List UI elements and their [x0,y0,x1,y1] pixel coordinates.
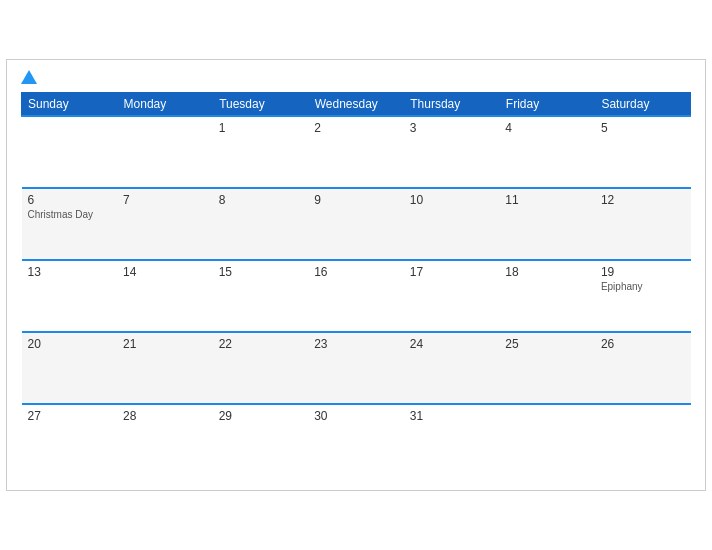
calendar-cell: 19Epiphany [595,260,691,332]
calendar-header [21,70,691,84]
calendar-cell: 8 [213,188,309,260]
calendar-cell: 1 [213,116,309,188]
day-number: 8 [219,193,303,207]
days-of-week-row: SundayMondayTuesdayWednesdayThursdayFrid… [22,93,691,117]
calendar-cell: 10 [404,188,500,260]
day-number: 31 [410,409,494,423]
day-number: 20 [28,337,112,351]
calendar-cell [117,116,213,188]
day-header-monday: Monday [117,93,213,117]
day-number: 25 [505,337,589,351]
day-header-thursday: Thursday [404,93,500,117]
calendar-cell: 13 [22,260,118,332]
calendar-cell: 24 [404,332,500,404]
day-number: 9 [314,193,398,207]
calendar-cell: 2 [308,116,404,188]
day-number: 24 [410,337,494,351]
calendar-cell: 31 [404,404,500,476]
calendar-cell: 14 [117,260,213,332]
day-number: 1 [219,121,303,135]
calendar-cell: 12 [595,188,691,260]
calendar-cell: 20 [22,332,118,404]
calendar-cell: 7 [117,188,213,260]
calendar-grid: SundayMondayTuesdayWednesdayThursdayFrid… [21,92,691,476]
day-number: 5 [601,121,685,135]
logo-triangle-icon [21,70,37,84]
day-number: 19 [601,265,685,279]
calendar-cell: 28 [117,404,213,476]
calendar-container: SundayMondayTuesdayWednesdayThursdayFrid… [6,59,706,491]
day-number: 15 [219,265,303,279]
day-header-sunday: Sunday [22,93,118,117]
day-number: 10 [410,193,494,207]
calendar-cell: 11 [499,188,595,260]
day-event: Epiphany [601,281,685,292]
calendar-thead: SundayMondayTuesdayWednesdayThursdayFrid… [22,93,691,117]
day-number: 13 [28,265,112,279]
day-number: 14 [123,265,207,279]
day-number: 17 [410,265,494,279]
week-row-1: 6Christmas Day789101112 [22,188,691,260]
day-number: 16 [314,265,398,279]
day-number: 21 [123,337,207,351]
calendar-cell: 3 [404,116,500,188]
calendar-cell [499,404,595,476]
calendar-cell: 4 [499,116,595,188]
calendar-cell: 21 [117,332,213,404]
day-number: 27 [28,409,112,423]
day-header-tuesday: Tuesday [213,93,309,117]
day-number: 4 [505,121,589,135]
calendar-tbody: 123456Christmas Day789101112131415161718… [22,116,691,476]
day-number: 23 [314,337,398,351]
day-number: 3 [410,121,494,135]
calendar-cell: 27 [22,404,118,476]
week-row-4: 2728293031 [22,404,691,476]
day-number: 7 [123,193,207,207]
calendar-cell: 5 [595,116,691,188]
day-number: 26 [601,337,685,351]
calendar-cell [595,404,691,476]
day-number: 30 [314,409,398,423]
week-row-3: 20212223242526 [22,332,691,404]
week-row-0: 12345 [22,116,691,188]
calendar-cell: 26 [595,332,691,404]
day-header-wednesday: Wednesday [308,93,404,117]
day-header-friday: Friday [499,93,595,117]
calendar-cell: 6Christmas Day [22,188,118,260]
day-number: 18 [505,265,589,279]
day-number: 2 [314,121,398,135]
week-row-2: 13141516171819Epiphany [22,260,691,332]
day-number: 22 [219,337,303,351]
day-event: Christmas Day [28,209,112,220]
calendar-cell: 29 [213,404,309,476]
day-number: 12 [601,193,685,207]
calendar-cell: 16 [308,260,404,332]
day-number: 28 [123,409,207,423]
calendar-cell: 22 [213,332,309,404]
calendar-cell: 15 [213,260,309,332]
day-number: 29 [219,409,303,423]
day-header-saturday: Saturday [595,93,691,117]
day-number: 6 [28,193,112,207]
calendar-cell: 30 [308,404,404,476]
calendar-cell: 25 [499,332,595,404]
calendar-cell: 9 [308,188,404,260]
calendar-cell: 17 [404,260,500,332]
calendar-cell [22,116,118,188]
calendar-cell: 23 [308,332,404,404]
calendar-cell: 18 [499,260,595,332]
logo [21,70,41,84]
day-number: 11 [505,193,589,207]
